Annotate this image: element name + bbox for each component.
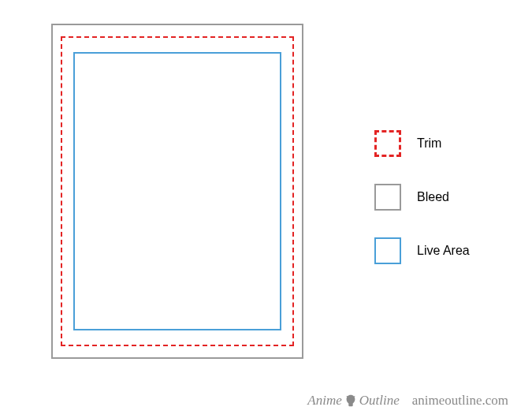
- legend-item-bleed: Bleed: [374, 184, 470, 211]
- legend-item-live-area: Live Area: [374, 237, 470, 264]
- live-area-swatch-icon: [374, 237, 401, 264]
- live-area-frame: [73, 52, 281, 330]
- legend: Trim Bleed Live Area: [374, 130, 470, 264]
- legend-item-trim: Trim: [374, 130, 470, 157]
- silhouette-icon: [344, 394, 358, 408]
- brand-text-right: Outline: [359, 393, 400, 409]
- brand-text-left: Anime: [307, 393, 341, 409]
- legend-label: Live Area: [417, 244, 470, 258]
- bleed-swatch-icon: [374, 184, 401, 211]
- trim-swatch-icon: [374, 130, 401, 157]
- brand-logo: Anime Outline: [307, 393, 399, 409]
- legend-label: Bleed: [417, 190, 449, 204]
- diagram-canvas: Trim Bleed Live Area Anime Outline anime…: [0, 0, 532, 418]
- brand-url: animeoutline.com: [412, 393, 508, 409]
- watermark: Anime Outline animeoutline.com: [307, 393, 508, 409]
- legend-label: Trim: [417, 136, 441, 151]
